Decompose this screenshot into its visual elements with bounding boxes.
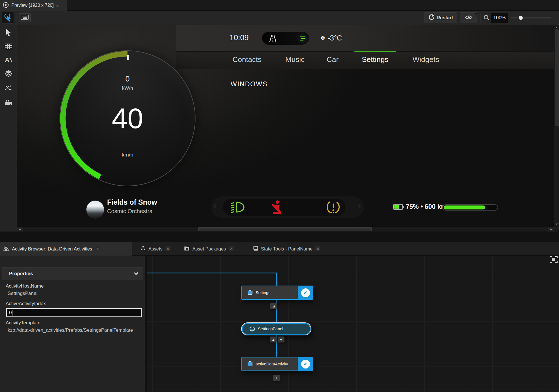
collapse-triangle-icon: ◢ — [273, 305, 275, 308]
gauge-speed-value: 40 — [60, 104, 195, 132]
activity-browser-icon — [3, 246, 9, 252]
tab-close-icon[interactable]: × — [229, 246, 234, 251]
keyboard-tool-button[interactable] — [19, 13, 31, 22]
interact-tool-button[interactable] — [2, 12, 14, 23]
scroll-left-icon[interactable]: ◀ — [17, 227, 23, 232]
battery-progress-fill — [444, 205, 485, 209]
interact-cursor-icon — [4, 13, 12, 23]
hmi-tab-contacts[interactable]: Contacts — [233, 55, 262, 64]
collapse-node-button[interactable]: ◢ — [270, 303, 277, 309]
check-icon: ✔ — [303, 290, 307, 295]
graph-node-active-data-activity-label: activeDataActivity — [256, 362, 288, 366]
properties-header[interactable]: Properties — [2, 267, 143, 280]
state-tools-icon — [253, 246, 258, 252]
zoom-magnifier-icon — [483, 14, 490, 22]
gauge-top-tick — [127, 55, 129, 60]
tab-assets[interactable]: Assets × — [138, 242, 180, 256]
tab-state-tools[interactable]: State Tools - PanelName × — [250, 242, 347, 256]
restart-button[interactable]: Restart — [424, 12, 457, 23]
panel-node-icon — [250, 327, 255, 331]
node-active-badge[interactable]: ✔ — [298, 286, 313, 300]
zoom-slider-thumb[interactable] — [519, 16, 523, 20]
hmi-tab-widgets[interactable]: Widgets — [413, 55, 439, 64]
zoom-slider-track[interactable] — [511, 18, 551, 18]
panel-divider[interactable] — [145, 256, 147, 392]
property-host-value: SettingsPanel — [8, 291, 37, 296]
road-lanes-icon — [268, 35, 278, 44]
hmi-clock: 10:09 — [229, 33, 249, 42]
media-artist: Cosmic Orchestra — [107, 208, 152, 215]
graph-node-settings-label: Settings — [256, 290, 270, 295]
hmi-tab-music[interactable]: Music — [285, 55, 305, 64]
list-menu-icon — [299, 36, 306, 41]
fit-to-view-button[interactable] — [550, 256, 558, 263]
tab-close-icon[interactable]: × — [315, 246, 320, 251]
battery-icon-fill — [394, 205, 399, 209]
play-icon — [3, 2, 9, 9]
tab-close-icon[interactable]: × — [165, 246, 171, 251]
preview-tab[interactable]: Preview [1920 x 720] × — [0, 0, 67, 11]
text-node-tool-button[interactable]: A — [4, 55, 13, 64]
telltale-prev-icon[interactable]: ‹ — [213, 200, 216, 211]
telltale-next-icon[interactable]: › — [358, 200, 361, 211]
scroll-right-icon[interactable]: ▶ — [548, 227, 554, 232]
eye-icon — [465, 15, 473, 21]
scroll-down-icon[interactable]: ▼ — [554, 223, 559, 226]
graph-node-settings-panel[interactable]: SettingsPanel — [241, 322, 311, 335]
tab-asset-packages[interactable]: Asset Packages × — [181, 242, 249, 256]
camera-tool-button[interactable] — [4, 99, 13, 108]
add-node-button[interactable]: + — [273, 375, 280, 381]
toggle-knob[interactable] — [297, 33, 308, 44]
panel-gap — [0, 232, 559, 242]
graph-node-settings[interactable]: Settings ✔ — [241, 286, 313, 300]
check-circle-icon: ✔ — [301, 360, 310, 369]
speed-gauge: 0 kW/h 40 km/h — [59, 50, 195, 186]
keyboard-icon — [21, 15, 29, 21]
active-tab-indicator — [354, 51, 396, 52]
horizontal-scroll-thumb[interactable] — [198, 227, 372, 231]
tab-activity-browser[interactable]: Activity Browser: Data-Driven Activities… — [0, 242, 132, 256]
low-beam-icon — [230, 201, 246, 215]
toolbar-separator — [16, 13, 16, 23]
album-art[interactable] — [86, 201, 104, 218]
select-tool-button[interactable] — [4, 29, 13, 37]
shuffle-tool-button[interactable] — [4, 84, 13, 93]
bottom-panel-tab-bar: Activity Browser: Data-Driven Activities… — [0, 242, 559, 256]
scroll-up-icon[interactable]: ▲ — [554, 26, 559, 29]
vertical-scroll-thumb[interactable] — [555, 29, 559, 126]
preview-vertical-scrollbar[interactable]: ▲ ▼ — [554, 25, 559, 226]
hmi-tab-settings[interactable]: Settings — [362, 55, 388, 64]
visibility-button[interactable] — [460, 12, 477, 23]
add-node-button[interactable]: + — [278, 337, 284, 342]
tab-state-tools-label: State Tools - PanelName — [261, 246, 313, 252]
preview-horizontal-scrollbar[interactable]: ◀ ▶ — [17, 226, 554, 232]
activity-node-icon — [248, 362, 252, 366]
tab-asset-packages-label: Asset Packages — [192, 246, 226, 252]
zoom-value[interactable]: 100% — [491, 13, 508, 23]
tire-pressure-warning-icon — [327, 201, 340, 215]
preview-tab-close-icon[interactable]: × — [56, 3, 59, 8]
activity-graph-canvas[interactable] — [147, 256, 559, 392]
graph-connector-horizontal — [147, 273, 277, 273]
layers-icon — [5, 70, 12, 78]
active-activity-index-input[interactable] — [6, 308, 142, 317]
hmi-tab-car[interactable]: Car — [327, 55, 339, 64]
dropdown-corner-icon — [475, 13, 477, 15]
layers-tool-button[interactable] — [4, 70, 13, 78]
chevron-down-icon — [134, 271, 139, 275]
graph-node-active-data-activity[interactable]: activeDataActivity ✔ — [241, 357, 313, 371]
text-caret — [12, 310, 12, 316]
battery-range-label: 75% • 600 km — [406, 203, 447, 211]
temperature-value: -3°C — [328, 34, 342, 42]
node-active-badge[interactable]: ✔ — [298, 357, 313, 371]
collapse-triangle-icon: ◢ — [272, 338, 274, 341]
snowflake-icon: ❄ — [320, 35, 325, 42]
tab-close-icon[interactable]: × — [95, 246, 100, 251]
grid-tool-button[interactable] — [4, 43, 13, 51]
collapse-node-button[interactable]: ◢ — [270, 337, 277, 342]
plus-icon: + — [275, 376, 277, 380]
drive-mode-toggle[interactable] — [262, 32, 309, 45]
graph-node-settings-panel-label: SettingsPanel — [258, 327, 283, 331]
hmi-temperature: ❄ -3°C — [320, 34, 342, 42]
restart-label: Restart — [437, 15, 453, 21]
